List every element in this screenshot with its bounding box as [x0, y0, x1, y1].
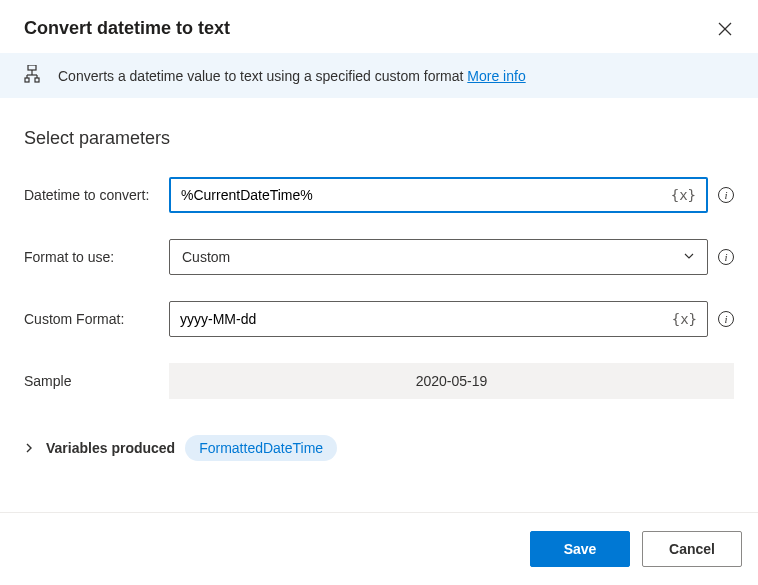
sample-value: 2020-05-19: [169, 363, 734, 399]
close-button[interactable]: [716, 20, 734, 38]
svg-rect-2: [28, 65, 36, 70]
label-sample: Sample: [24, 373, 169, 389]
dialog-title: Convert datetime to text: [24, 18, 230, 39]
chevron-down-icon: [683, 249, 695, 265]
info-banner: Converts a datetime value to text using …: [0, 53, 758, 98]
info-icon[interactable]: i: [718, 187, 734, 203]
row-custom-format: Custom Format: {x} i: [24, 301, 734, 337]
info-icon[interactable]: i: [718, 311, 734, 327]
row-datetime: Datetime to convert: {x} i: [24, 177, 734, 213]
variable-picker-icon[interactable]: {x}: [672, 311, 707, 327]
cancel-button[interactable]: Cancel: [642, 531, 742, 567]
variable-picker-icon[interactable]: {x}: [671, 187, 706, 203]
action-icon: [24, 65, 40, 86]
expand-variables-toggle[interactable]: [24, 440, 36, 456]
label-format: Format to use:: [24, 249, 169, 265]
datetime-input[interactable]: [171, 179, 671, 211]
row-sample: Sample 2020-05-19: [24, 363, 734, 399]
label-datetime: Datetime to convert:: [24, 187, 169, 203]
format-dropdown[interactable]: Custom: [169, 239, 708, 275]
save-button[interactable]: Save: [530, 531, 630, 567]
close-icon: [718, 22, 732, 36]
section-title: Select parameters: [24, 128, 734, 149]
label-custom-format: Custom Format:: [24, 311, 169, 327]
variables-label: Variables produced: [46, 440, 175, 456]
more-info-link[interactable]: More info: [467, 68, 525, 84]
variables-row: Variables produced FormattedDateTime: [24, 435, 734, 461]
svg-rect-8: [35, 78, 39, 82]
row-format: Format to use: Custom i: [24, 239, 734, 275]
custom-format-input-wrapper[interactable]: {x}: [169, 301, 708, 337]
info-icon[interactable]: i: [718, 249, 734, 265]
content-area: Select parameters Datetime to convert: {…: [0, 98, 758, 461]
svg-rect-7: [25, 78, 29, 82]
custom-format-input[interactable]: [170, 302, 672, 336]
format-dropdown-value: Custom: [182, 249, 230, 265]
banner-description: Converts a datetime value to text using …: [58, 68, 467, 84]
variable-pill[interactable]: FormattedDateTime: [185, 435, 337, 461]
info-banner-text: Converts a datetime value to text using …: [58, 68, 526, 84]
datetime-input-wrapper[interactable]: {x}: [169, 177, 708, 213]
dialog-footer: Save Cancel: [0, 512, 758, 585]
dialog-header: Convert datetime to text: [0, 0, 758, 53]
